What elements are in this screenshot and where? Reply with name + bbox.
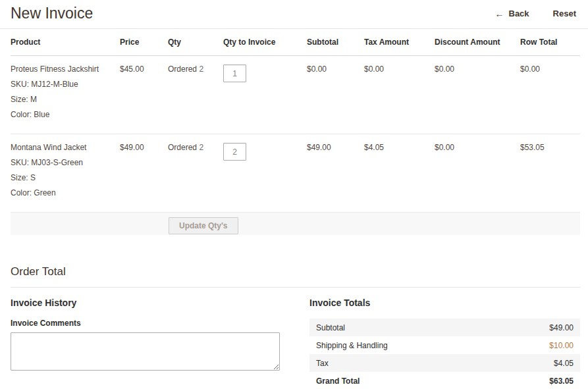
product-cell: Montana Wind Jacket SKU: MJ03-S-Green Si… (11, 134, 120, 213)
reset-button-label: Reset (553, 9, 576, 18)
qty-ordered-value: 2 (199, 143, 203, 152)
qty-ordered-label: Ordered (168, 143, 197, 152)
totals-value: $63.05 (549, 376, 574, 386)
items-table-header-row: Product Price Qty Qty to Invoice Subtota… (11, 29, 580, 56)
qty-to-invoice-cell (223, 134, 307, 213)
totals-value: $49.00 (549, 323, 574, 332)
column-header-qty: Qty (168, 29, 223, 56)
qty-cell: Ordered 2 (168, 134, 223, 213)
qty-to-invoice-cell (223, 56, 307, 134)
discount-amount-cell: $0.00 (435, 56, 520, 134)
row-total-cell: $53.05 (520, 134, 580, 213)
column-header-product: Product (11, 29, 120, 56)
product-name: Proteus Fitness Jackshirt (11, 65, 115, 74)
totals-label: Grand Total (316, 376, 360, 386)
invoice-totals-title: Invoice Totals (309, 298, 580, 308)
totals-row-subtotal: Subtotal $49.00 (309, 319, 580, 336)
row-total-cell: $0.00 (520, 56, 580, 134)
table-row-item-2: Montana Wind Jacket SKU: MJ03-S-Green Si… (11, 134, 580, 213)
totals-label: Shipping & Handling (316, 341, 388, 350)
product-name: Montana Wind Jacket (11, 143, 115, 152)
header-actions: ← Back Reset (495, 9, 578, 19)
totals-value: $4.05 (554, 359, 574, 368)
column-header-subtotal: Subtotal (307, 29, 364, 56)
table-footer-bar: Update Qty's (11, 213, 580, 235)
column-header-tax-amount: Tax Amount (364, 29, 435, 56)
subtotal-cell: $0.00 (307, 56, 364, 134)
product-size: Size: M (11, 95, 115, 104)
page-title: New Invoice (11, 5, 93, 22)
invoice-history-title: Invoice History (11, 298, 280, 308)
qty-to-invoice-input[interactable] (223, 143, 246, 161)
product-sku: SKU: MJ03-S-Green (11, 158, 115, 167)
back-arrow-icon: ← (495, 9, 504, 19)
invoice-comments-textarea[interactable] (11, 332, 280, 371)
discount-amount-cell: $0.00 (435, 134, 520, 213)
product-sku: SKU: MJ12-M-Blue (11, 80, 115, 89)
page-header: New Invoice ← Back Reset (0, 0, 588, 29)
totals-row-grand-total: Grand Total $63.05 (309, 372, 580, 389)
qty-ordered-label: Ordered (168, 65, 197, 74)
price-cell: $49.00 (120, 134, 168, 213)
product-cell: Proteus Fitness Jackshirt SKU: MJ12-M-Bl… (11, 56, 120, 134)
price-cell: $45.00 (120, 56, 168, 134)
invoice-items-table: Product Price Qty Qty to Invoice Subtota… (11, 29, 580, 213)
qty-cell: Ordered 2 (168, 56, 223, 134)
back-button-label: Back (509, 9, 529, 18)
product-color: Color: Green (11, 188, 115, 197)
qty-to-invoice-input[interactable] (223, 65, 246, 82)
product-color: Color: Blue (11, 110, 115, 119)
update-qty-button[interactable]: Update Qty's (169, 217, 238, 234)
totals-label: Subtotal (316, 323, 345, 332)
totals-label: Tax (316, 359, 329, 368)
column-spacer (280, 298, 309, 389)
invoice-history-section: Invoice History Invoice Comments (11, 298, 280, 389)
column-header-row-total: Row Total (520, 29, 580, 56)
subtotal-cell: $49.00 (307, 134, 364, 213)
totals-value: $10.00 (549, 341, 574, 350)
invoice-totals-section: Invoice Totals Subtotal $49.00 Shipping … (309, 298, 580, 389)
totals-row-tax: Tax $4.05 (309, 354, 580, 372)
reset-button[interactable]: Reset (553, 9, 576, 18)
back-button[interactable]: ← Back (495, 9, 529, 19)
tax-amount-cell: $4.05 (364, 134, 435, 213)
column-header-qty-to-invoice: Qty to Invoice (223, 29, 307, 56)
product-size: Size: S (11, 173, 115, 182)
qty-ordered-value: 2 (199, 65, 203, 74)
table-row-item-1: Proteus Fitness Jackshirt SKU: MJ12-M-Bl… (11, 56, 580, 134)
tax-amount-cell: $0.00 (364, 56, 435, 134)
invoice-comments-label: Invoice Comments (11, 319, 280, 328)
column-header-price: Price (120, 29, 168, 56)
order-total-heading: Order Total (11, 265, 580, 288)
order-total-columns: Invoice History Invoice Comments Invoice… (11, 298, 580, 389)
totals-row-shipping: Shipping & Handling $10.00 (309, 336, 580, 354)
column-header-discount-amount: Discount Amount (435, 29, 520, 56)
